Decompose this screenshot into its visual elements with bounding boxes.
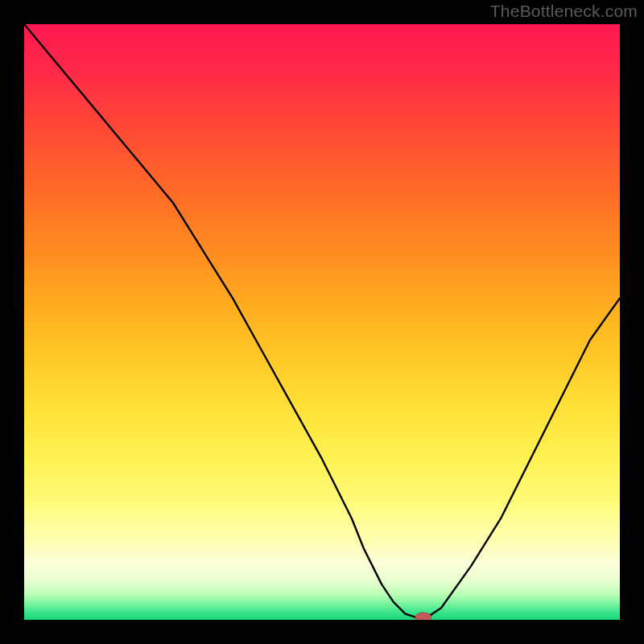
optimal-marker <box>415 613 431 620</box>
gradient-rect <box>24 24 620 620</box>
chart-svg <box>24 24 620 620</box>
plot-area <box>24 24 620 620</box>
chart-frame: TheBottleneck.com <box>0 0 644 644</box>
watermark-text: TheBottleneck.com <box>490 2 638 21</box>
